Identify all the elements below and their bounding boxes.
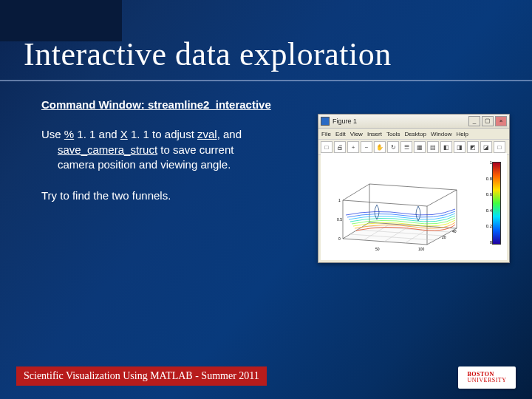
var-zval: zval <box>197 128 217 140</box>
figure-menubar: File Edit View Insert Tools Desktop Wind… <box>318 129 509 140</box>
maximize-button[interactable]: ▢ <box>482 116 494 126</box>
cbar-tick: 0 <box>490 240 492 245</box>
command-window-line: Command Window: streamline2_interactive <box>41 98 293 112</box>
tool-colorbar-icon[interactable]: ◧ <box>440 141 452 153</box>
tool-legend-icon[interactable]: ◨ <box>454 141 466 153</box>
figure-titlebar: Figure 1 _ ▢ × <box>318 115 509 129</box>
tool-misc1-icon[interactable]: ◩ <box>467 141 479 153</box>
logo-line2: UNIVERSITY <box>468 378 507 383</box>
close-button[interactable]: × <box>495 116 507 126</box>
svg-text:0.5: 0.5 <box>337 217 342 222</box>
figure-appicon <box>321 117 330 126</box>
svg-marker-5 <box>343 184 457 206</box>
tool-rotate-icon[interactable]: ↻ <box>387 141 399 153</box>
menu-edit[interactable]: Edit <box>335 131 346 137</box>
key-x: X <box>120 128 128 140</box>
menu-view[interactable]: View <box>350 131 363 137</box>
func-save-camera: save_camera_struct <box>58 143 157 156</box>
cbar-tick: 0.2 <box>486 224 492 228</box>
cbar-tick: 0.4 <box>486 208 492 213</box>
svg-text:100: 100 <box>418 247 425 251</box>
streamline-3d-plot: 0 0.5 1 50 100 20 40 <box>331 171 464 252</box>
tool-zoomout-icon[interactable]: − <box>361 141 372 153</box>
menu-file[interactable]: File <box>321 131 331 137</box>
tool-print-icon[interactable]: 🖨 <box>334 141 346 153</box>
cmd-label: Command Window: <box>41 98 145 111</box>
tool-misc3-icon[interactable]: □ <box>494 141 505 153</box>
p1-incr1: 1. 1 and <box>74 128 120 140</box>
menu-desktop[interactable]: Desktop <box>405 131 426 137</box>
tool-pan-icon[interactable]: ✋ <box>374 141 386 153</box>
cmd-text: streamline2_interactive <box>148 98 271 111</box>
colorbar <box>492 162 501 245</box>
menu-window[interactable]: Window <box>431 131 451 137</box>
menu-insert[interactable]: Insert <box>367 131 382 137</box>
tool-datacursor-icon[interactable]: ☰ <box>400 141 412 153</box>
colorbar-ticks: 1 0.8 0.6 0.4 0.2 0 <box>486 160 492 245</box>
svg-text:50: 50 <box>375 247 380 251</box>
matlab-figure-window: Figure 1 _ ▢ × File Edit View Insert Too… <box>318 114 510 263</box>
key-percent: % <box>64 128 74 140</box>
slide-title: Interactive data exploration <box>24 35 392 73</box>
menu-help[interactable]: Help <box>456 131 468 137</box>
svg-text:20: 20 <box>442 235 446 239</box>
figure-title: Figure 1 <box>332 117 357 125</box>
slide: Interactive data exploration Command Win… <box>0 0 532 399</box>
paragraph-2: Try to find the two funnels. <box>41 188 293 203</box>
cbar-tick: 1 <box>490 160 492 165</box>
minimize-button[interactable]: _ <box>468 116 480 126</box>
tool-zoomin-icon[interactable]: + <box>347 141 359 153</box>
paragraph-1: Use % 1. 1 and X 1. 1 to adjust zval, an… <box>41 127 293 172</box>
tool-misc2-icon[interactable]: ◪ <box>480 141 492 153</box>
svg-text:1: 1 <box>338 198 341 202</box>
menu-tools[interactable]: Tools <box>386 131 400 137</box>
tool-link-icon[interactable]: ▤ <box>427 141 439 153</box>
content-block: Command Window: streamline2_interactive … <box>41 98 293 219</box>
p1-mid3: camera position and viewing angle. <box>41 157 293 172</box>
title-underline <box>0 80 532 81</box>
p1-pre: Use <box>41 128 64 140</box>
footer-bar: Scientific Visualization Using MATLAB - … <box>16 366 267 386</box>
cbar-tick: 0.8 <box>486 177 492 181</box>
tool-brush-icon[interactable]: ▦ <box>414 141 426 153</box>
p1-incr2: 1. 1 to adjust <box>128 128 197 140</box>
footer-text: Scientific Visualization Using MATLAB - … <box>24 370 259 382</box>
boston-university-logo: BOSTON UNIVERSITY <box>458 366 516 389</box>
p1-mid1: , and <box>217 128 242 140</box>
svg-text:0: 0 <box>338 236 341 241</box>
tool-new-icon[interactable]: □ <box>321 141 332 153</box>
p1-mid2: to save current <box>157 143 233 156</box>
cbar-tick: 0.6 <box>486 192 492 197</box>
svg-text:40: 40 <box>452 229 457 233</box>
figure-canvas: 0 0.5 1 50 100 20 40 1 0.8 0.6 0.4 0.2 0 <box>321 153 507 260</box>
